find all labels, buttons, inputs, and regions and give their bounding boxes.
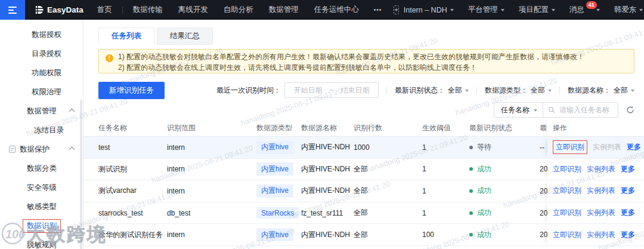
date-end-placeholder: 结束日期 — [341, 85, 370, 96]
sidebar-item-权限治理[interactable]: 权限治理 — [0, 82, 83, 102]
sidebar-scrollbar[interactable] — [80, 100, 82, 249]
time-filter-label: 最近一次识别时间： — [216, 85, 281, 96]
sidebar-item-目录授权[interactable]: 目录授权 — [0, 44, 83, 63]
vertical-divider — [476, 87, 477, 94]
more-link[interactable]: 更多 — [621, 208, 635, 218]
more-link[interactable]: 更多 — [627, 142, 641, 152]
sidebar-item-数据管理[interactable]: 数据管理 — [0, 102, 83, 121]
nav-more-icon[interactable]: ••• — [374, 7, 382, 13]
table-row[interactable]: 测试varchar intern 内置hive 内置HIVE-NDH 全部 1 … — [83, 180, 644, 202]
warning-icon: ! — [106, 54, 113, 62]
more-link[interactable]: 更多 — [621, 164, 635, 174]
refresh-button[interactable] — [626, 106, 634, 114]
cell-task-name: test — [98, 143, 167, 152]
table-row[interactable]: 徐华的测试识别任务 intern 内置hive 内置HIVE-NDH 全部 10… — [83, 224, 644, 246]
sidebar-item-功能权限[interactable]: 功能权限 — [0, 63, 83, 82]
status-dot-icon — [469, 211, 473, 215]
filter-select[interactable]: 数据源类型： 全部 — [485, 85, 552, 96]
status-text: 成功 — [477, 164, 491, 174]
instance-list-link[interactable]: 实例列表 — [587, 164, 615, 174]
cell-actions: 立即识别 实例列表 更多 — [547, 180, 644, 202]
run-now-link[interactable]: 立即识别 — [553, 208, 581, 218]
sidebar-item-冻结目录[interactable]: 冻结目录 — [0, 121, 83, 140]
table-row[interactable]: 测试识别 intern 内置hive 内置HIVE-NDH 全部 1 成功 20… — [83, 159, 644, 181]
menu-toggle-button[interactable] — [0, 0, 25, 20]
sidebar-item-安全等级[interactable]: 安全等级 — [0, 178, 83, 197]
sidebar-item-数据授权[interactable]: 数据授权 — [0, 25, 83, 44]
ds-type-tag: 内置hive — [256, 141, 293, 154]
sidebar-item-敏感类型[interactable]: 敏感类型 — [0, 197, 83, 216]
instance-list-link[interactable]: 实例列表 — [593, 142, 621, 152]
nav-dropdown[interactable]: 韩爱东 — [614, 5, 643, 15]
instance-list-link[interactable]: 实例列表 — [587, 230, 615, 240]
tab-结果汇总[interactable]: 结果汇总 — [157, 27, 213, 45]
brand-text: EasyData — [47, 5, 83, 14]
sidebar-item-数据识别[interactable]: 数据识别 — [0, 216, 83, 235]
cell-status: 成功 — [469, 230, 540, 240]
run-now-link[interactable]: 立即识别 — [553, 186, 581, 196]
nav-dropdown[interactable]: 平台管理 — [468, 5, 504, 15]
cell-scope: intern — [167, 143, 256, 152]
cell-actions: 立即识别 实例列表 更多 — [547, 202, 644, 225]
search-input[interactable] — [558, 105, 613, 115]
instance-list-link[interactable]: 实例列表 — [587, 208, 615, 218]
sidebar-item-label: 敏感类型 — [27, 202, 57, 212]
filter-label: 数据源名称： — [568, 85, 611, 96]
cell-actions: 立即识别 实例列表 更多 — [547, 224, 644, 246]
filter-select[interactable]: 数据源名称： 全部 — [568, 85, 634, 96]
run-now-link[interactable]: 立即识别 — [553, 164, 581, 174]
run-now-link[interactable]: 立即识别 — [553, 140, 587, 154]
cell-scope: intern — [167, 165, 256, 173]
nav-item-6[interactable]: 任务运维中心 — [314, 5, 359, 15]
cell-ds-name: 内置HIVE-NDH — [301, 142, 354, 152]
cell-actions: 立即识别 实例列表 更多 — [547, 159, 644, 181]
table-body: test intern 内置hive 内置HIVE-NDH 1000 1 等待 … — [83, 137, 644, 246]
status-dot-icon — [469, 167, 473, 171]
chevron-down-icon — [450, 9, 454, 11]
refresh-icon — [626, 106, 634, 114]
col-header-threshold: 生效阈值 — [422, 123, 469, 133]
nav-dropdown[interactable]: 消息 41 — [569, 5, 600, 15]
nav-dropdown[interactable]: Intern – NDH — [404, 6, 454, 14]
sidebar-item-label: 功能权限 — [32, 68, 61, 78]
nav-dropdown-label: 韩爱东 — [614, 5, 637, 15]
nav-item-3[interactable]: 离线开发 — [178, 5, 208, 15]
table-row[interactable]: starrocks_test db_test StarRocks fz_test… — [83, 202, 644, 225]
cell-ds-type: 内置hive — [256, 162, 301, 176]
instance-list-link[interactable]: 实例列表 — [587, 186, 615, 196]
chevron-down-icon — [501, 9, 504, 11]
easydata-logo-icon — [35, 5, 44, 14]
table-row[interactable]: test intern 内置hive 内置HIVE-NDH 1000 1 等待 … — [83, 137, 644, 159]
nav-item-5[interactable]: 数据管理 — [269, 5, 299, 15]
new-recognition-task-button[interactable]: 新增识别任务 — [98, 82, 165, 99]
nav-item-1[interactable]: 首页 — [97, 5, 112, 15]
cell-row-count: 全部 — [354, 208, 422, 218]
more-link[interactable]: 更多 — [621, 186, 635, 196]
filter-select[interactable]: 最新识别状态： 全部 — [395, 85, 469, 96]
nav-item-4[interactable]: 自助分析 — [224, 5, 253, 15]
sidebar-item-label: 数据管理 — [27, 106, 57, 116]
filter-value: 全部 — [448, 85, 462, 96]
search-field-select[interactable]: 任务名称 — [494, 102, 543, 118]
status-text: 成功 — [477, 186, 491, 196]
ds-type-tag: 内置hive — [256, 162, 293, 176]
filter-value: 全部 — [531, 85, 545, 96]
banner-line-1: 1) 配置的动态脱敏会对脱敏白名单配置之外的所有用户生效！最新确认结果会覆盖历史… — [118, 52, 628, 63]
col-header-actions: 操作 — [547, 119, 644, 137]
tab-任务列表[interactable]: 任务列表 — [98, 27, 154, 45]
sidebar-menu: 数据授权 目录授权 功能权限 权限治理 数据管理 冻结目录 数据保护 数据分类 … — [0, 25, 83, 249]
top-nav-items: 首页数据传输离线开发自助分析数据管理任务运维中心 — [89, 5, 367, 15]
date-range-picker[interactable]: 开始日期 ~ 结束日期 — [284, 82, 379, 98]
sidebar-item-数据保护[interactable]: 数据保护 — [0, 140, 83, 159]
ds-type-tag: StarRocks — [256, 207, 299, 219]
nav-dropdown[interactable]: 项目配置 — [519, 5, 555, 15]
add-workspace-icon[interactable]: + — [394, 5, 398, 14]
easydata-logo[interactable]: EasyData — [35, 5, 83, 14]
run-now-link[interactable]: 立即识别 — [553, 230, 581, 240]
more-link[interactable]: 更多 — [621, 230, 635, 240]
table-header: 任务名称 识别范围 数据源类型 数据源名称 识别行数 生效阈值 最新识别状态 最… — [83, 119, 644, 137]
nav-item-2[interactable]: 数据传输 — [133, 5, 163, 15]
sidebar-item-脱敏规则[interactable]: 脱敏规则 — [0, 235, 83, 249]
status-text: 成功 — [477, 230, 491, 240]
sidebar-item-数据分类[interactable]: 数据分类 — [0, 159, 83, 178]
